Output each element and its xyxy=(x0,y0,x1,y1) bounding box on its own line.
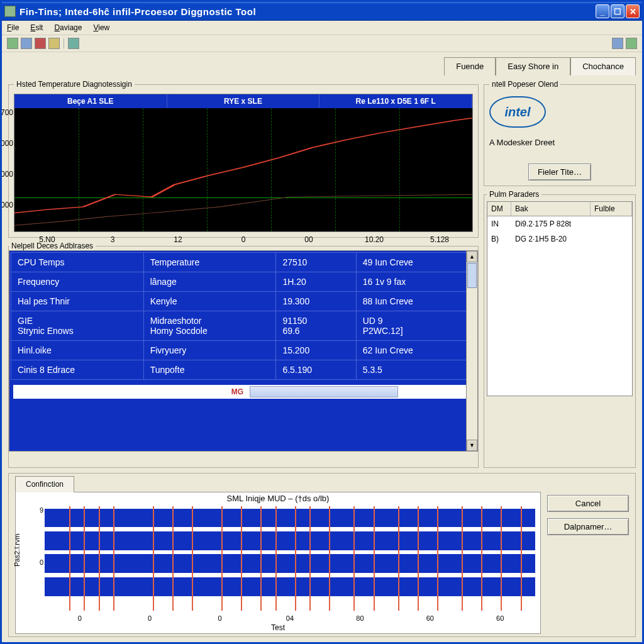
minimize-button[interactable]: _ xyxy=(596,4,609,18)
cancel-button[interactable]: Cancel xyxy=(547,495,629,512)
menubar: File Eslt Daviage View xyxy=(2,21,642,35)
bottom-x-label: Test xyxy=(16,623,540,632)
bottom-y-ticks: 9 0 xyxy=(28,506,43,611)
toolbar-right-icon-2[interactable] xyxy=(626,38,637,49)
close-button[interactable]: ✕ xyxy=(626,4,640,18)
list-item[interactable]: B)DG 2·1H5 B-20 xyxy=(487,231,632,247)
temperature-chart-group: Hsted Temperature Diagnotessigin R T ten… xyxy=(8,80,479,238)
params-panel: Pulm Paraders DM Bak Fulble INDi9.2·175 … xyxy=(484,190,636,468)
menu-daviage[interactable]: Daviage xyxy=(54,23,82,32)
lower-panel: Confinction SML Iniqje MUD – (†ds o/lb) … xyxy=(8,473,636,637)
intel-logo-icon: intel xyxy=(489,96,546,128)
toolbar-icon-5[interactable] xyxy=(68,38,79,49)
params-list[interactable]: DM Bak Fulble INDi9.2·175 P 828tB)DG 2·1… xyxy=(487,201,633,396)
toolbar-sep xyxy=(64,38,64,48)
menu-view[interactable]: View xyxy=(93,23,109,32)
scroll-down-icon[interactable]: ▼ xyxy=(467,440,477,451)
tab-chochance[interactable]: Chochance xyxy=(570,57,636,75)
window-controls: _ ☐ ✕ xyxy=(596,4,640,18)
brand-panel: ntell Popeser Olend intel A Modesker Dre… xyxy=(484,80,636,186)
scroll-up-icon[interactable]: ▲ xyxy=(467,251,477,262)
bottom-chart-title: SML Iniqje MUD – (†ds o/lb) xyxy=(16,494,540,503)
brand-title: ntell Popeser Olend xyxy=(489,80,560,89)
bottom-y-label: Pas2.I.rvm xyxy=(13,534,21,567)
data-table-group: Nelpell Deces Adblrases CPU TempsTempera… xyxy=(8,242,479,468)
list-item[interactable]: INDi9.2·175 P 828t xyxy=(487,216,632,231)
params-header: DM Bak Fulble xyxy=(487,202,632,216)
toolbar-icon-2[interactable] xyxy=(21,38,32,49)
progress-label: MG xyxy=(225,387,250,396)
vertical-scrollbar[interactable]: ▲ ▼ xyxy=(466,251,477,451)
metrics-table: CPU TempsTemperature2751049 Iun CreveFre… xyxy=(11,252,476,380)
lower-buttons: Cancel Dalpnamer… xyxy=(547,476,629,634)
app-icon xyxy=(4,6,16,17)
bottom-chart: SML Iniqje MUD – (†ds o/lb) Pas2.I.rvm T… xyxy=(15,492,541,634)
chart-group-title: Hsted Temperature Diagnotessigin xyxy=(14,80,135,89)
bottom-bars xyxy=(45,506,535,611)
progress-bar xyxy=(250,386,398,397)
maximize-button[interactable]: ☐ xyxy=(611,4,625,18)
toolbar-icon-4[interactable] xyxy=(48,38,60,49)
model-text: A Modesker Dreet xyxy=(489,138,630,147)
chart-line-icon xyxy=(14,108,472,231)
tab-confinction[interactable]: Confinction xyxy=(15,476,74,492)
params-title: Pulm Paraders xyxy=(487,190,541,199)
table-row[interactable]: Hinl.oikeFivryuery15.20062 Iun Creve xyxy=(11,341,476,360)
chart-head-1: Beçe A1 SLE xyxy=(14,94,167,108)
table-row[interactable]: Hal pes ThnirKenyle19.30088 Iun Creve xyxy=(11,292,476,311)
filter-button[interactable]: Fieler Tite… xyxy=(528,164,591,180)
dalpnamer-button[interactable]: Dalpnamer… xyxy=(547,518,629,535)
toolbar-right-icon-1[interactable] xyxy=(612,38,623,49)
window-title: Fin-Tins; Inted-6hĉ infil-Prcoesor Diggn… xyxy=(19,6,596,17)
chart-x-ticks: 5.N0 3 12 0 00 10.20 5.128 xyxy=(14,235,472,244)
chart-column-headers: Beçe A1 SLE RYE x SLE Re Le110 x D5E 1 6… xyxy=(14,94,472,108)
tab-easy[interactable]: Easy Shore in xyxy=(496,57,570,75)
chart-head-3: Re Le110 x D5E 1 6F L xyxy=(319,94,472,108)
tab-fuende[interactable]: Fuende xyxy=(444,57,496,75)
temperature-chart: Beçe A1 SLE RYE x SLE Re Le110 x D5E 1 6… xyxy=(14,94,473,232)
app-window: Fin-Tins; Inted-6hĉ infil-Prcoesor Diggn… xyxy=(0,0,644,644)
chart-head-2: RYE x SLE xyxy=(167,94,320,108)
table-row[interactable]: GIE Strynic EnowsMidraeshotor Homy Socdo… xyxy=(11,311,476,341)
main-tabs: Fuende Easy Shore in Chochance xyxy=(8,57,636,75)
titlebar: Fin-Tins; Inted-6hĉ infil-Prcoesor Diggn… xyxy=(2,2,642,21)
table-row[interactable]: CPU TempsTemperature2751049 Iun Creve xyxy=(11,253,476,272)
toolbar xyxy=(2,35,642,52)
content: Fuende Easy Shore in Chochance Hsted Tem… xyxy=(2,52,642,642)
menu-edit[interactable]: Eslt xyxy=(30,23,43,32)
toolbar-icon-3[interactable] xyxy=(35,38,46,49)
toolbar-icon-1[interactable] xyxy=(7,38,18,49)
table-row[interactable]: Frequencylânage1H.2016 1v 9 fax xyxy=(11,272,476,292)
scroll-thumb[interactable] xyxy=(467,263,477,288)
menu-file[interactable]: File xyxy=(7,23,19,32)
table-row[interactable]: Cinis 8 EdraceTunpofte6.5.1905.3.5 xyxy=(11,360,476,380)
progress-row: MG xyxy=(13,385,474,399)
chart-y-ticks: 2700 2000 1000 2000 xyxy=(2,108,13,231)
data-panel: CPU TempsTemperature2751049 Iun CreveFre… xyxy=(9,250,478,452)
bottom-x-ticks: 0 0 0 04 80 60 60 xyxy=(45,614,535,622)
